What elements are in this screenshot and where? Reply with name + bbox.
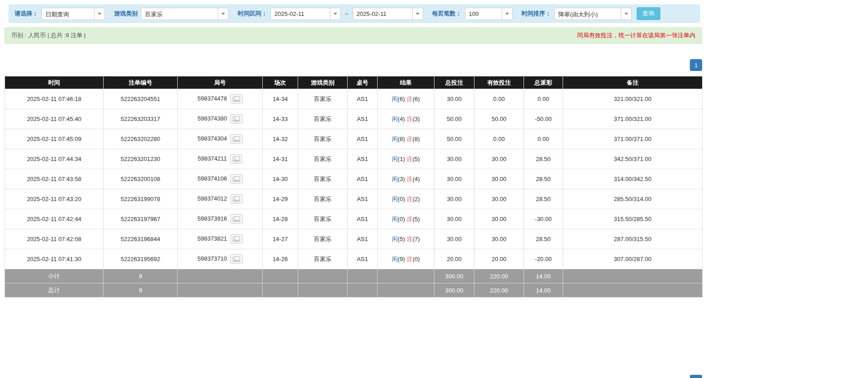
player-result: 闲 xyxy=(392,96,398,102)
date-to-dropdown-button[interactable] xyxy=(412,8,423,20)
cell-remark: 285.50/314.00 xyxy=(563,189,703,209)
total-total-bet: 300.00 xyxy=(434,283,474,297)
total-row: 总计 9 300.00 220.00 14.00 xyxy=(5,283,703,297)
table-row: 2025-02-11 07:42:44 522263197967 5983739… xyxy=(5,209,703,229)
cell-session: 14-29 xyxy=(263,189,298,209)
cards-icon xyxy=(233,116,240,122)
currency-total-info: 币别 : 人民币 | 总共 :9 注单 | xyxy=(11,31,86,40)
cell-result: 闲(4)庄(3) xyxy=(378,109,434,129)
cell-table-no: AS1 xyxy=(348,229,378,249)
cell-total-bet[interactable]: 50.00 xyxy=(434,129,474,149)
cell-bet-id: 522263199078 xyxy=(104,189,178,209)
round-id-value: 598374106 xyxy=(197,175,227,182)
sort-order-select[interactable]: 降幂(由大到小) xyxy=(554,8,632,20)
cell-total-bet[interactable]: 30.00 xyxy=(434,209,474,229)
cell-bet-id: 522263203317 xyxy=(104,109,178,129)
cell-total-bet[interactable]: 30.00 xyxy=(434,189,474,209)
total-payout: 14.00 xyxy=(524,283,563,297)
column-header-payout: 总派彩 xyxy=(524,76,563,89)
banker-score: (5) xyxy=(413,156,420,162)
table-row: 2025-02-11 07:44:34 522263201230 5983742… xyxy=(5,149,703,169)
cell-session: 14-31 xyxy=(263,149,298,169)
cell-game: 百家乐 xyxy=(298,109,348,129)
page-button-1[interactable]: 1 xyxy=(690,59,702,71)
cell-round-id: 598373916 xyxy=(178,209,263,229)
page: 请选择： 日期查询 游戏类别 百家乐 时间区间： 2025-02-11 ~ 20… xyxy=(0,5,868,378)
cell-valid-bet: 30.00 xyxy=(474,229,524,249)
view-cards-button[interactable] xyxy=(230,114,243,124)
date-to-select[interactable]: 2025-02-11 xyxy=(353,8,423,20)
cell-remark: 371.00/371.00 xyxy=(563,129,703,149)
page-size-dropdown-button[interactable] xyxy=(502,8,512,20)
subtotal-total-bet: 300.00 xyxy=(434,269,474,283)
cell-result: 闲(0)庄(2) xyxy=(378,189,434,209)
cell-table-no: AS1 xyxy=(348,109,378,129)
round-id-value: 598374304 xyxy=(197,135,227,142)
game-category-select[interactable]: 百家乐 xyxy=(141,8,229,20)
cards-icon xyxy=(233,156,240,162)
cell-game: 百家乐 xyxy=(298,229,348,249)
chevron-down-icon xyxy=(416,13,419,15)
cell-time: 2025-02-11 07:45:40 xyxy=(5,109,104,129)
cell-total-bet[interactable]: 20.00 xyxy=(434,249,474,269)
cell-remark: 314.00/342.50 xyxy=(563,169,703,189)
page-size-select[interactable]: 100 xyxy=(465,8,513,20)
player-score: (9) xyxy=(398,256,405,262)
cell-payout: -20.00 xyxy=(524,249,563,269)
cell-round-id: 598374211 xyxy=(178,149,263,169)
view-cards-button[interactable] xyxy=(230,234,243,244)
page-size-label: 每页笔数： xyxy=(432,10,462,18)
view-cards-button[interactable] xyxy=(230,94,243,104)
date-from-dropdown-button[interactable] xyxy=(330,8,340,20)
banker-score: (2) xyxy=(413,196,420,202)
column-header-valid-bet: 有效投注 xyxy=(474,76,524,89)
column-header-result: 结果 xyxy=(378,76,434,89)
player-result: 闲 xyxy=(392,116,398,122)
page-size-value: 100 xyxy=(465,8,502,20)
view-cards-button[interactable] xyxy=(230,174,243,184)
cell-total-bet[interactable]: 30.00 xyxy=(434,149,474,169)
table-row: 2025-02-11 07:41:30 522263195692 5983737… xyxy=(5,249,703,269)
summary-bar: 币别 : 人民币 | 总共 :9 注单 | 同局有效投注，统一计算在该局第一张注… xyxy=(5,27,702,44)
subtotal-label: 小计 xyxy=(5,269,104,283)
view-cards-button[interactable] xyxy=(230,134,243,144)
date-from-select[interactable]: 2025-02-11 xyxy=(270,8,341,20)
view-cards-button[interactable] xyxy=(230,214,243,224)
view-cards-button[interactable] xyxy=(230,154,242,164)
cell-game: 百家乐 xyxy=(298,209,348,229)
query-type-select[interactable]: 日期查询 xyxy=(41,8,105,20)
subtotal-row: 小计 9 300.00 220.00 14.00 xyxy=(5,269,703,283)
cell-round-id: 598374012 xyxy=(178,189,263,209)
page-button-1-bottom[interactable]: 1 xyxy=(690,375,702,378)
cell-result: 闲(6)庄(6) xyxy=(378,89,434,109)
cell-total-bet[interactable]: 30.00 xyxy=(434,169,474,189)
time-range-label: 时间区间： xyxy=(238,10,267,18)
cell-time: 2025-02-11 07:42:08 xyxy=(5,229,104,249)
cell-result: 闲(5)庄(7) xyxy=(378,229,434,249)
cell-total-bet[interactable]: 30.00 xyxy=(434,89,474,109)
game-category-dropdown-button[interactable] xyxy=(218,8,228,20)
query-type-dropdown-button[interactable] xyxy=(94,8,105,20)
cell-valid-bet: 30.00 xyxy=(474,149,524,169)
sort-order-dropdown-button[interactable] xyxy=(621,8,631,20)
range-separator: ~ xyxy=(344,10,349,17)
cell-session: 14-28 xyxy=(263,209,298,229)
player-result: 闲 xyxy=(392,156,398,162)
cell-result: 闲(3)庄(4) xyxy=(378,169,434,189)
bet-records-table: 时间 注单编号 局号 场次 游戏类别 桌号 结果 总投注 有效投注 总派彩 备注… xyxy=(5,76,703,297)
view-cards-button[interactable] xyxy=(230,254,243,264)
round-id-value: 598374380 xyxy=(197,115,227,122)
table-header-row: 时间 注单编号 局号 场次 游戏类别 桌号 结果 总投注 有效投注 总派彩 备注 xyxy=(5,76,703,89)
cell-total-bet[interactable]: 50.00 xyxy=(434,109,474,129)
sort-label: 时间排序： xyxy=(522,10,551,18)
search-button[interactable]: 查询 xyxy=(637,7,660,20)
cell-total-bet[interactable]: 30.00 xyxy=(434,229,474,249)
banker-result: 庄 xyxy=(407,176,413,182)
cell-bet-id: 522263202280 xyxy=(104,129,178,149)
player-result: 闲 xyxy=(392,216,398,222)
cell-bet-id: 522263204551 xyxy=(104,89,178,109)
view-cards-button[interactable] xyxy=(230,194,243,204)
chevron-down-icon xyxy=(221,13,225,15)
cell-payout: 28.50 xyxy=(524,189,563,209)
player-score: (4) xyxy=(398,116,405,122)
